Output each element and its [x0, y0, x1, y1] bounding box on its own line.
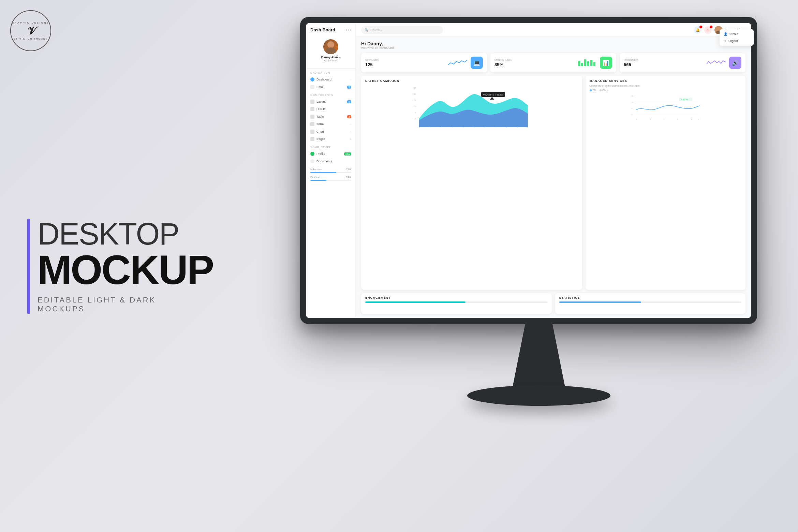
release-bar-bg: [310, 180, 351, 181]
uikits-icon: [310, 107, 314, 111]
logout-dropdown-label: Logout: [728, 39, 738, 43]
charts-row: LATEST CAMPAIGN 35 30 25 20 15 10: [361, 76, 745, 290]
svg-text:30: 30: [414, 93, 416, 95]
bottom-row: ENGAGEMENT STATISTICS: [361, 293, 745, 314]
sidebar-item-dashboard[interactable]: Dashboard ›: [306, 76, 355, 83]
milestone-pct: 63%: [346, 168, 351, 171]
stat-info-monthly-sales: Monthly Sales 85%: [494, 58, 574, 67]
user-dropdown: 👤 Profile ↪ Logout: [720, 29, 751, 46]
svg-text:0: 0: [419, 127, 420, 129]
svg-text:1: 1: [650, 118, 651, 120]
profile-dropdown-icon: 👤: [724, 32, 727, 36]
engagement-bar-fill: [365, 301, 466, 303]
milestone-bar-bg: [310, 172, 351, 173]
dropdown-profile[interactable]: 👤 Profile: [720, 31, 751, 38]
sidebar-item-chart[interactable]: Chart ›: [306, 128, 355, 135]
stat-value-impressions: 565: [624, 62, 703, 67]
svg-point-0: [327, 41, 334, 48]
svg-text:6: 6: [485, 127, 486, 129]
stat-value-monthly-sales: 85%: [494, 62, 574, 67]
sidebar-label-chart: Chart: [316, 130, 350, 133]
svg-text:15: 15: [631, 95, 633, 97]
profile-badge: new: [344, 152, 351, 156]
statistics-card: STATISTICS: [555, 293, 746, 314]
sidebar-label-layout: Layout: [316, 100, 347, 103]
main-content: 🔍 Search... 🔔 ⚠: [356, 23, 751, 318]
sidebar-logo: Dash Board.: [310, 27, 351, 32]
svg-text:+ TREND: + TREND: [681, 99, 688, 101]
notification-button[interactable]: 🔔: [694, 26, 701, 34]
alert-button[interactable]: ⚠: [704, 26, 712, 34]
documents-icon: [310, 159, 314, 163]
table-badge: 3: [347, 115, 351, 118]
stat-card-new-users: New Users 125 💻: [361, 53, 487, 72]
brand-logo: Graphic Designs 𝒱 By Victor Themes: [10, 10, 51, 51]
sidebar-user-area: Danny Alvis - Art Director: [310, 36, 351, 65]
svg-text:8: 8: [506, 127, 507, 129]
greeting-sub: Welcome To Dashboard: [361, 46, 394, 50]
hero-text-block: DESKTOP MOCKUP EDITABLE LIGHT & DARK MOC…: [27, 219, 198, 313]
dashboard-icon: [310, 77, 314, 82]
profile-dropdown-label: Profile: [729, 32, 738, 36]
managed-services-subtitle: Service report of this year (updated 1 h…: [590, 85, 741, 87]
sidebar-item-documents[interactable]: Documents: [306, 158, 355, 165]
svg-rect-6: [584, 59, 586, 66]
monitor-body: Dash Board.: [300, 17, 757, 324]
sidebar-item-form[interactable]: Form ›: [306, 120, 355, 128]
sidebar-header: Dash Board.: [306, 27, 355, 69]
stat-label-new-users: New Users: [365, 58, 445, 61]
layout-badge: 9: [347, 100, 351, 103]
milestone-bar-fill: [310, 172, 336, 173]
engagement-bar: [365, 301, 548, 303]
legend-item-1: 7%: [590, 89, 596, 91]
svg-text:10: 10: [631, 101, 633, 103]
svg-text:5: 5: [474, 127, 475, 129]
sidebar-arrow-form: ›: [350, 123, 351, 126]
legend-label-2: Philip: [603, 89, 608, 91]
stat-mini-chart-users: [447, 58, 468, 68]
email-badge: 9: [347, 86, 351, 89]
managed-services-chart: 15 10 5 0: [590, 93, 741, 123]
svg-text:2: 2: [441, 127, 442, 129]
milestone-progress: Milestone 63%: [310, 168, 351, 173]
svg-text:3: 3: [677, 118, 678, 120]
sidebar-arrow-chart: ›: [350, 130, 351, 133]
sidebar-progress: Milestone 63% Release 39%: [306, 168, 355, 183]
svg-text:5: 5: [631, 107, 632, 109]
sidebar-item-pages[interactable]: Pages 4: [306, 135, 355, 143]
sidebar-item-profile[interactable]: Profile new: [306, 150, 355, 158]
logo-bird-icon: 𝒱: [27, 25, 34, 36]
sidebar-item-layout[interactable]: Layout 9: [306, 98, 355, 105]
form-icon: [310, 122, 314, 126]
search-box[interactable]: 🔍 Search...: [361, 26, 443, 34]
svg-text:2: 2: [663, 118, 664, 120]
sidebar-item-uikits[interactable]: UI Kits: [306, 105, 355, 113]
release-label: Release: [310, 176, 320, 179]
dashboard-sidebar: Dash Board.: [306, 23, 356, 318]
svg-point-1: [326, 47, 336, 54]
avatar: [323, 39, 338, 54]
sidebar-item-table[interactable]: Table 3: [306, 113, 355, 120]
svg-text:25: 25: [414, 99, 416, 101]
search-placeholder: Search...: [370, 28, 383, 32]
stat-card-impressions: Impressions 565 🔊: [620, 53, 745, 72]
layout-icon: [310, 100, 314, 104]
sidebar-label-form: Form: [316, 122, 350, 126]
components-section-title: Components: [306, 91, 355, 98]
svg-rect-5: [581, 63, 583, 66]
svg-text:1: 1: [430, 127, 431, 129]
sidebar-user-role: Art Director: [324, 59, 338, 62]
sidebar-label-email: Email: [316, 85, 347, 89]
statistics-bar: [559, 301, 742, 303]
stat-icon-impressions: 🔊: [729, 57, 741, 69]
sidebar-item-email[interactable]: Email 9: [306, 83, 355, 91]
milestone-label: Milestone: [310, 168, 322, 171]
stat-icon-sales: 📊: [600, 57, 612, 69]
sidebar-label-documents: Documents: [316, 160, 351, 163]
svg-text:3: 3: [452, 127, 453, 129]
chart-icon: [310, 130, 314, 134]
engagement-card: ENGAGEMENT: [361, 293, 552, 314]
svg-text:0: 0: [631, 114, 632, 116]
dropdown-logout[interactable]: ↪ Logout: [720, 38, 751, 44]
latest-campaign-card: LATEST CAMPAIGN 35 30 25 20 15 10: [361, 76, 582, 290]
